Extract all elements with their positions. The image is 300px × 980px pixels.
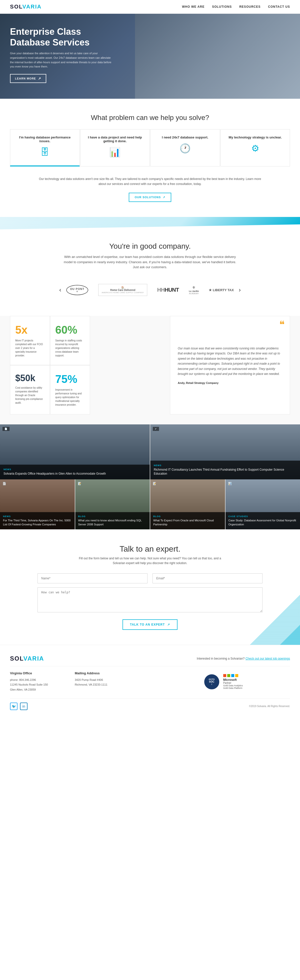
jobs-link[interactable]: Check out our latest job openings (246, 657, 290, 660)
le-jardin-logo: ⚜ Le Jardin ACADEMY (189, 285, 199, 295)
news-bottom-card-2[interactable]: 📝 BLOG What To Expect From Oracle and Mi… (150, 479, 225, 529)
microsoft-text: Microsoft (223, 678, 243, 682)
soc-text: SOC (209, 680, 214, 683)
logo-accent: VARIA (22, 3, 42, 10)
footer-virginia-office: Virginia Office phone: 804.346.2296 1124… (10, 671, 67, 692)
support-icon: 🕐 (155, 143, 216, 154)
stats-numbers-grid: 5x More IT projects completed with our F… (10, 316, 90, 414)
problem-card-title-1: I have a data project and need help gett… (85, 135, 146, 143)
logo-text: SOL (10, 3, 22, 10)
stat-desc-50k: Cost avoidance by utility companies iden… (15, 386, 45, 405)
email-input[interactable] (153, 573, 263, 583)
problem-heading: What problem can we help you solve? (10, 114, 290, 122)
linkedin-icon[interactable]: in (20, 703, 27, 710)
carousel-prev-button[interactable]: ‹ (57, 284, 64, 296)
problem-card-2[interactable]: I need 24x7 database support. 🕐 (150, 129, 220, 167)
footer-badges: AICPA SOC 2 Microsoft Partner Gold Data … (204, 671, 290, 692)
talk-to-expert-button[interactable]: TALK TO AN EXPERT ↗ (123, 619, 177, 630)
stat-number-75: 75% (55, 373, 85, 385)
news-bottom-type-1: BLOG (78, 515, 147, 518)
contact-section: Talk to an expert. Fill out the form bel… (0, 529, 300, 644)
dupont-logo: DU PONT ® (66, 285, 88, 295)
company-description: With an unmatched level of expertise, ou… (62, 255, 238, 270)
news-card-1[interactable]: ✓ NEWS Richmond IT Consultancy Launches … (150, 425, 300, 479)
data-project-icon: 📊 (85, 147, 146, 158)
form-name-email-row (37, 573, 263, 583)
news-bottom-card-3[interactable]: 📊 CASE STUDIES Case Study: Database Asse… (225, 479, 300, 529)
stat-desc-60: Savings in staffing costs incurred by no… (55, 339, 85, 357)
strategy-icon: ⚙ (225, 143, 286, 154)
news-bottom-content-3: CASE STUDIES Case Study: Database Assess… (225, 512, 300, 529)
news-type-0: NEWS (3, 468, 146, 471)
home-care-logo: 🏠 Home Care Delivered AMERICA'S HOME CAR… (98, 284, 147, 296)
news-bottom-content-2: BLOG What To Expect From Oracle and Micr… (150, 512, 225, 529)
hero-cta-button[interactable]: LEARN MORE ↗ (10, 74, 46, 83)
virginia-address2: Glen Allen, VA 23059 (10, 687, 67, 692)
mailing-line1: 3420 Pump Road #406 (75, 678, 132, 682)
gold-data-analytics: Gold Data Analytics (223, 684, 243, 687)
name-input[interactable] (37, 573, 147, 583)
company-heading: You're in good company. (10, 242, 290, 250)
footer-logo: SOLVARIA (10, 655, 44, 662)
footer-columns: Virginia Office phone: 804.346.2296 1124… (10, 671, 290, 692)
stat-5x: 5x More IT projects completed with our F… (10, 316, 50, 365)
news-bottom-type-0: NEWS (3, 515, 72, 518)
virginia-office-heading: Virginia Office (10, 671, 67, 675)
message-textarea[interactable] (37, 587, 263, 612)
contact-description: Fill out the form below and tell us how … (75, 556, 225, 566)
news-badge-1: ✓ (153, 427, 159, 431)
nav-contact-us[interactable]: CONTACT US (268, 5, 290, 8)
microsoft-partner-badge: Microsoft Partner Gold Data Analytics Go… (223, 674, 243, 689)
liberty-tax-logo: ★ LIBERTY TAX (209, 288, 234, 292)
footer-spacer (139, 671, 197, 692)
quote-icon: ❝ (279, 319, 285, 330)
stat-desc-75: Improvement in performance tuning and qu… (55, 388, 85, 407)
form-submit-row: TALK TO AN EXPERT ↗ (37, 619, 263, 630)
twitter-icon[interactable]: 🐦 (10, 703, 18, 710)
news-top-grid: 📄 NEWS Solvaria Expands Office Headquart… (0, 425, 300, 479)
nav-who-we-are[interactable]: WHO WE ARE (182, 5, 204, 8)
solutions-cta-button[interactable]: OUR SOLUTIONS ↗ (129, 193, 171, 202)
database-icon: 🗄 (14, 147, 75, 158)
carousel-next-button[interactable]: › (236, 284, 243, 296)
news-bottom-title-1: What you need to know about Microsoft en… (78, 519, 147, 527)
mailing-line2: Richmond, VA 23233-1111 (75, 682, 132, 687)
news-bottom-title-3: Case Study: Database Assessment for Glob… (228, 519, 297, 527)
news-type-1: NEWS (154, 464, 297, 467)
footer-tagline: Interested in becoming a Solvarian? Chec… (197, 657, 290, 660)
footer-top-bar: SOLVARIA Interested in becoming a Solvar… (10, 655, 290, 666)
footer: SOLVARIA Interested in becoming a Solvar… (0, 645, 300, 720)
aicpa-badge: AICPA SOC 2 (204, 675, 219, 689)
logo[interactable]: SOLVARIA (10, 3, 41, 10)
contact-form: TALK TO AN EXPERT ↗ (37, 573, 263, 630)
virginia-address1: 11245 Nuckols Road Suite 150 (10, 682, 67, 687)
nav-solutions[interactable]: SOLUTIONS (212, 5, 232, 8)
nav-resources[interactable]: RESOURCES (239, 5, 260, 8)
stat-50k: $50k Cost avoidance by utility companies… (10, 365, 50, 414)
virginia-office-details: phone: 804.346.2296 11245 Nuckols Road S… (10, 678, 67, 692)
news-icon-2: 📝 (153, 482, 156, 485)
news-icon-1: 📝 (78, 482, 81, 485)
hero-section: Enterprise Class Database Services Give … (0, 14, 300, 99)
news-bottom-type-3: CASE STUDIES (228, 515, 297, 518)
news-card-0[interactable]: 📄 NEWS Solvaria Expands Office Headquart… (0, 425, 150, 479)
partner-text: Partner (223, 682, 243, 684)
problem-card-1[interactable]: I have a data project and need help gett… (80, 129, 150, 167)
social-icons: 🐦 in (10, 703, 27, 710)
stat-number-50k: $50k (15, 373, 45, 383)
problem-section: What problem can we help you solve? I'm … (0, 99, 300, 217)
testimonial-author: Andy, Retail Strategy Company (178, 382, 282, 384)
stats-spacer (90, 316, 170, 414)
news-bottom-card-0[interactable]: 📄 NEWS For The Third Time, Solvaria Appe… (0, 479, 75, 529)
news-bottom-content-1: BLOG What you need to know about Microso… (75, 512, 150, 529)
problem-card-title-0: I'm having database performance issues. (14, 135, 75, 143)
news-section: 📄 NEWS Solvaria Expands Office Headquart… (0, 425, 300, 529)
news-bottom-card-1[interactable]: 📝 BLOG What you need to know about Micro… (75, 479, 150, 529)
arrow-icon: ↗ (163, 196, 165, 199)
problem-description: Our technology and data solutions aren't… (37, 177, 263, 187)
logos-row: DU PONT ® 🏠 Home Care Delivered AMERICA'… (66, 279, 234, 301)
problem-card-0[interactable]: I'm having database performance issues. … (10, 129, 80, 167)
problem-card-3[interactable]: My technology strategy is unclear. ⚙ (220, 129, 290, 167)
nav-links: WHO WE ARE SOLUTIONS RESOURCES CONTACT U… (182, 5, 290, 8)
news-card-content-1: NEWS Richmond IT Consultancy Launches Th… (150, 461, 300, 480)
